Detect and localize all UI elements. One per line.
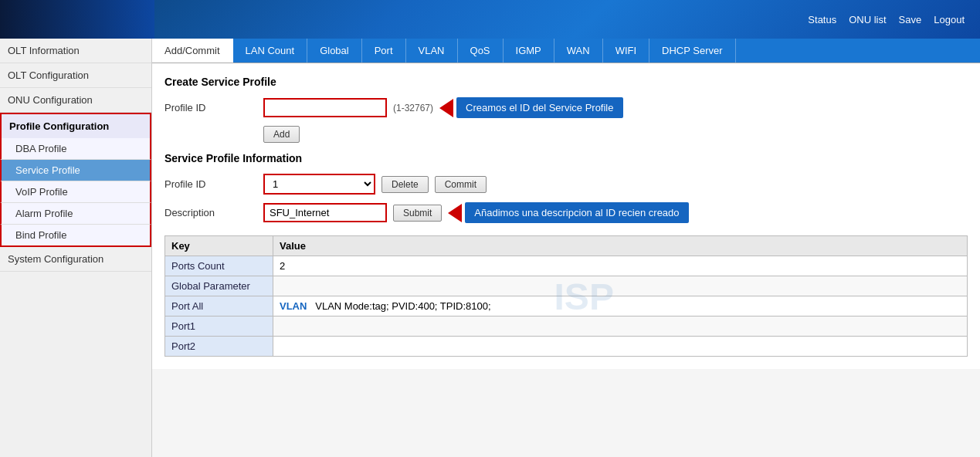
add-button[interactable]: Add (263, 126, 300, 143)
tab-dhcp-server[interactable]: DHCP Server (649, 39, 736, 63)
tab-qos[interactable]: QoS (458, 39, 504, 63)
create-profile-id-label: Profile ID (164, 102, 257, 113)
header-links: Status ONU list Save Logout (808, 14, 965, 25)
tab-add-commit[interactable]: Add/Commit (152, 39, 233, 63)
tab-port[interactable]: Port (362, 39, 406, 63)
onu-list-link[interactable]: ONU list (849, 14, 886, 25)
sidebar-item-onu-configuration[interactable]: ONU Configuration (0, 88, 151, 113)
description-row: Description Submit Añadimos una descripc… (164, 202, 968, 223)
arrow-icon-2 (448, 204, 462, 222)
table-row: Global Parameter (165, 276, 273, 296)
sidebar-item-voip-profile[interactable]: VoIP Profile (0, 181, 151, 203)
description-input[interactable] (263, 203, 387, 222)
table-row (273, 317, 968, 337)
table-container: ISP Key Value Ports Count2Global Paramet… (164, 235, 968, 357)
tab-vlan[interactable]: VLAN (406, 39, 458, 63)
logout-link[interactable]: Logout (934, 14, 965, 25)
tab-igmp[interactable]: IGMP (504, 39, 554, 63)
annotation-arrow-2: Añadimos una descripcion al ID recien cr… (448, 202, 688, 223)
info-profile-id-label: Profile ID (164, 178, 257, 190)
sidebar: OLT Information OLT Configuration ONU Co… (0, 39, 152, 457)
tab-bar: Add/Commit LAN Count Global Port VLAN Qo… (152, 39, 980, 63)
annotation-box-2: Añadimos una descripcion al ID recien cr… (465, 202, 688, 223)
table-row (273, 276, 968, 296)
layout: OLT Information OLT Configuration ONU Co… (0, 39, 980, 457)
sidebar-item-bind-profile[interactable]: Bind Profile (0, 225, 151, 247)
tab-global[interactable]: Global (307, 39, 362, 63)
info-profile-id-row: Profile ID 1 Delete Commit (164, 174, 968, 195)
header: Status ONU list Save Logout (0, 0, 980, 39)
create-profile-id-input[interactable] (263, 98, 387, 117)
table-row: Port1 (165, 317, 273, 337)
sidebar-item-dba-profile[interactable]: DBA Profile (0, 138, 151, 160)
create-profile-id-row: Profile ID (1-32767) Creamos el ID del S… (164, 97, 968, 118)
submit-button[interactable]: Submit (393, 205, 442, 222)
sidebar-section-profile-configuration[interactable]: Profile Configuration (0, 113, 151, 138)
save-link[interactable]: Save (899, 14, 922, 25)
profile-id-select[interactable]: 1 (263, 174, 375, 195)
main-content: Add/Commit LAN Count Global Port VLAN Qo… (152, 39, 980, 457)
table-header-key: Key (165, 236, 273, 256)
table-header-value: Value (273, 236, 968, 256)
header-bg (0, 0, 154, 39)
sidebar-item-service-profile[interactable]: Service Profile (0, 160, 151, 181)
table-row: Port2 (165, 337, 273, 357)
table-row: Port All (165, 296, 273, 317)
annotation-box-1: Creamos el ID del Service Profile (456, 97, 622, 118)
profile-id-hint: (1-32767) (393, 103, 433, 113)
info-section-title: Service Profile Information (164, 152, 968, 164)
create-section-title: Create Service Profile (164, 76, 968, 88)
commit-button[interactable]: Commit (435, 176, 487, 193)
add-button-row: Add (164, 126, 968, 143)
sidebar-item-olt-configuration[interactable]: OLT Configuration (0, 63, 151, 88)
status-link[interactable]: Status (808, 14, 836, 25)
sidebar-item-system-configuration[interactable]: System Configuration (0, 247, 151, 272)
annotation-arrow-1: Creamos el ID del Service Profile (439, 97, 622, 118)
sidebar-item-alarm-profile[interactable]: Alarm Profile (0, 203, 151, 225)
tab-wan[interactable]: WAN (554, 39, 603, 63)
tab-wifi[interactable]: WIFI (603, 39, 649, 63)
description-label: Description (164, 207, 257, 218)
arrow-icon-1 (439, 99, 453, 117)
table-row (273, 337, 968, 357)
table-row: Ports Count (165, 256, 273, 276)
table-row: 2 (273, 256, 968, 276)
service-profile-table: Key Value Ports Count2Global ParameterPo… (164, 235, 968, 357)
sidebar-item-olt-information[interactable]: OLT Information (0, 39, 151, 63)
table-row: VLAN VLAN Mode:tag; PVID:400; TPID:8100; (273, 296, 968, 317)
content-area: Create Service Profile Profile ID (1-327… (152, 63, 980, 369)
tab-lan-count[interactable]: LAN Count (233, 39, 308, 63)
delete-button[interactable]: Delete (381, 176, 429, 193)
